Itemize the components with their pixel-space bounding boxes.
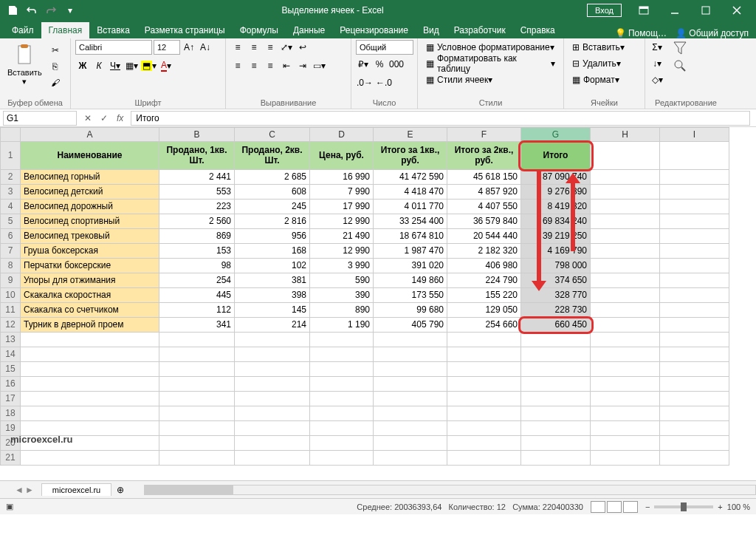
empty-cell[interactable]: [447, 377, 521, 392]
font-name-select[interactable]: [75, 40, 152, 55]
empty-cell[interactable]: [521, 421, 591, 436]
data-cell[interactable]: 4 169 790: [521, 244, 591, 259]
col-header-G[interactable]: G: [521, 127, 591, 142]
data-cell[interactable]: 99 680: [374, 303, 447, 318]
align-left-icon[interactable]: ≡: [230, 58, 245, 73]
format-cells-button[interactable]: ▦ Формат ▾: [568, 72, 623, 87]
empty-cell[interactable]: [591, 303, 660, 318]
number-format-select[interactable]: [356, 40, 413, 55]
empty-cell[interactable]: [310, 333, 374, 347]
data-cell[interactable]: 4 011 770: [374, 200, 447, 214]
data-cell[interactable]: 39 219 250: [521, 229, 591, 244]
redo-icon[interactable]: [43, 2, 59, 18]
data-cell[interactable]: 69 834 240: [521, 214, 591, 229]
ribbon-options-icon[interactable]: [629, 0, 659, 21]
cancel-formula-icon[interactable]: ✕: [80, 113, 96, 123]
empty-cell[interactable]: [159, 436, 235, 451]
delete-cells-button[interactable]: ⊟ Удалить ▾: [568, 56, 625, 71]
paste-button[interactable]: Вставить▾: [4, 40, 45, 89]
row-header-10[interactable]: 10: [0, 288, 21, 303]
data-cell[interactable]: 33 254 400: [374, 214, 447, 229]
empty-cell[interactable]: [521, 451, 591, 466]
bold-button[interactable]: Ж: [75, 58, 90, 73]
data-cell[interactable]: 245: [235, 200, 310, 214]
fill-color-button[interactable]: ⬒▾: [140, 58, 157, 73]
increase-decimal-icon[interactable]: .0→: [356, 75, 374, 90]
empty-cell[interactable]: [660, 392, 729, 406]
data-cell[interactable]: 254: [159, 273, 235, 288]
data-cell[interactable]: 4 857 920: [447, 185, 521, 200]
row-header-18[interactable]: 18: [0, 406, 21, 421]
empty-cell[interactable]: [374, 392, 447, 406]
empty-cell[interactable]: [447, 362, 521, 377]
empty-cell[interactable]: [159, 333, 235, 347]
empty-cell[interactable]: [660, 333, 729, 347]
data-cell[interactable]: 16 990: [310, 170, 374, 185]
empty-cell[interactable]: [447, 406, 521, 421]
data-cell[interactable]: 405 790: [374, 318, 447, 333]
empty-cell[interactable]: [21, 333, 159, 347]
data-cell[interactable]: 112: [159, 303, 235, 318]
data-cell[interactable]: 798 000: [521, 259, 591, 273]
cell-styles-button[interactable]: ▦ Стили ячеек ▾: [422, 72, 496, 87]
data-cell[interactable]: Велосипед горный: [21, 170, 159, 185]
data-cell[interactable]: 9 276 390: [521, 185, 591, 200]
empty-cell[interactable]: [310, 421, 374, 436]
empty-cell[interactable]: [447, 451, 521, 466]
data-cell[interactable]: 4 418 470: [374, 185, 447, 200]
row-header-7[interactable]: 7: [0, 244, 21, 259]
empty-cell[interactable]: [310, 377, 374, 392]
empty-cell[interactable]: [21, 347, 159, 362]
tab-главная[interactable]: Главная: [41, 22, 90, 38]
col-header-E[interactable]: E: [374, 127, 447, 142]
data-cell[interactable]: 155 220: [447, 288, 521, 303]
empty-cell[interactable]: [235, 362, 310, 377]
data-cell[interactable]: 12 990: [310, 244, 374, 259]
data-cell[interactable]: 36 579 840: [447, 214, 521, 229]
col-header-D[interactable]: D: [310, 127, 374, 142]
underline-button[interactable]: Ч▾: [108, 58, 123, 73]
data-cell[interactable]: 2 816: [235, 214, 310, 229]
col-header-I[interactable]: I: [660, 127, 729, 142]
row-header-17[interactable]: 17: [0, 392, 21, 406]
data-cell[interactable]: 149 860: [374, 273, 447, 288]
data-cell[interactable]: 956: [235, 229, 310, 244]
data-cell[interactable]: 12 990: [310, 214, 374, 229]
empty-cell[interactable]: [310, 392, 374, 406]
zoom-slider[interactable]: [654, 505, 713, 508]
data-cell[interactable]: Перчатки боксерские: [21, 259, 159, 273]
empty-cell[interactable]: [235, 421, 310, 436]
empty-cell[interactable]: [591, 244, 660, 259]
empty-cell[interactable]: [660, 421, 729, 436]
italic-button[interactable]: К: [92, 58, 106, 73]
orientation-icon[interactable]: ⤢▾: [279, 40, 294, 55]
empty-cell[interactable]: [660, 362, 729, 377]
empty-cell[interactable]: [374, 406, 447, 421]
row-header-3[interactable]: 3: [0, 185, 21, 200]
row-header-1[interactable]: 1: [0, 142, 21, 170]
empty-cell[interactable]: [591, 200, 660, 214]
format-painter-icon[interactable]: 🖌: [48, 75, 63, 90]
data-cell[interactable]: Скакалка скоростная: [21, 288, 159, 303]
data-cell[interactable]: 660 450: [521, 318, 591, 333]
empty-cell[interactable]: [591, 318, 660, 333]
data-cell[interactable]: 98: [159, 259, 235, 273]
data-cell[interactable]: 214: [235, 318, 310, 333]
empty-cell[interactable]: [310, 406, 374, 421]
accept-formula-icon[interactable]: ✓: [96, 113, 112, 123]
formula-bar[interactable]: Итого: [131, 111, 750, 126]
data-cell[interactable]: 8 419 320: [521, 200, 591, 214]
data-cell[interactable]: 1 190: [310, 318, 374, 333]
data-cell[interactable]: 328 770: [521, 288, 591, 303]
col-header-H[interactable]: H: [591, 127, 660, 142]
align-middle-icon[interactable]: ≡: [247, 40, 261, 55]
data-cell[interactable]: 129 050: [447, 303, 521, 318]
record-macro-icon[interactable]: ▣: [6, 502, 13, 511]
empty-cell[interactable]: [235, 406, 310, 421]
zoom-out-icon[interactable]: −: [645, 502, 650, 511]
data-cell[interactable]: 1 987 470: [374, 244, 447, 259]
qat-dropdown-icon[interactable]: ▾: [62, 2, 78, 18]
empty-cell[interactable]: [374, 362, 447, 377]
row-header-9[interactable]: 9: [0, 273, 21, 288]
tab-справка[interactable]: Справка: [513, 22, 563, 38]
